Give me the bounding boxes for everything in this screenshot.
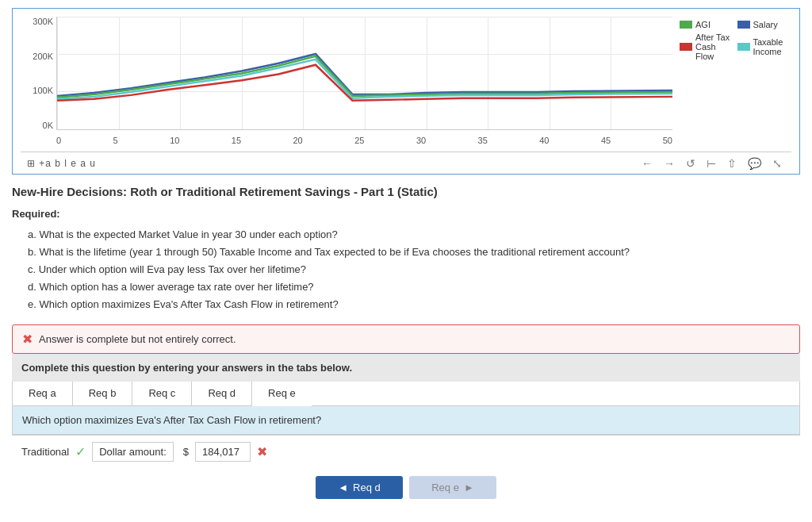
toolbar-share-btn[interactable]: ⇧ <box>724 155 740 171</box>
tableau-logo: ⊞ +a b l e a u <box>27 158 96 169</box>
prev-label: Req d <box>353 482 381 493</box>
instruction-box: Complete this question by entering your … <box>12 354 800 382</box>
legend-salary-color <box>737 21 750 29</box>
legend-salary-label: Salary <box>753 20 778 29</box>
next-label: Req e <box>431 482 459 493</box>
tab-req-b[interactable]: Req b <box>73 382 133 405</box>
chart-inner: 300K 200K 100K 0K <box>21 17 791 150</box>
answer-row: Traditional ✓ Dollar amount: $ 184,017 ✖ <box>12 435 800 468</box>
tab-question-e: Which option maximizes Eva's After Tax C… <box>22 414 321 426</box>
x-label-45: 45 <box>601 136 611 145</box>
y-label-0k: 0K <box>43 121 53 130</box>
alert-text: Answer is complete but not entirely corr… <box>39 333 236 345</box>
tabs-row: Req a Req b Req c Req d Req e <box>13 382 799 406</box>
chart-x-axis: 0 5 10 15 20 25 30 35 40 45 50 <box>56 130 672 150</box>
tab-req-c[interactable]: Req c <box>132 382 192 405</box>
answer-option-label: Traditional <box>21 446 69 458</box>
x-label-5: 5 <box>113 136 118 145</box>
check-icon: ✓ <box>75 444 86 459</box>
page-title: New-Hire Decisions: Roth or Traditional … <box>12 185 800 198</box>
legend-agi-label: AGI <box>695 20 710 29</box>
chart-svg <box>57 17 672 129</box>
toolbar-comment-btn[interactable]: 💬 <box>745 155 764 171</box>
legend-agi: AGI <box>680 20 731 29</box>
chart-y-axis: 300K 200K 100K 0K <box>21 17 56 130</box>
dollar-label: Dollar amount: <box>92 442 174 462</box>
main-content: New-Hire Decisions: Roth or Traditional … <box>0 181 812 515</box>
tab-req-e[interactable]: Req e <box>252 382 312 406</box>
toolbar-refresh-btn[interactable]: ↺ <box>683 155 699 171</box>
x-label-10: 10 <box>170 136 179 145</box>
prev-arrow: ◄ <box>338 482 348 493</box>
x-label-50: 50 <box>663 136 672 145</box>
x-label-20: 20 <box>293 136 303 145</box>
question-d: d. Which option has a lower average tax … <box>28 278 800 296</box>
toolbar-fullscreen-btn[interactable]: ⤡ <box>769 155 785 171</box>
legend-agi-color <box>680 21 692 29</box>
legend-aftertax-label: After Tax Cash Flow <box>695 33 731 61</box>
alert-box: ✖ Answer is complete but not entirely co… <box>12 324 800 354</box>
x-label-30: 30 <box>416 136 426 145</box>
alert-icon: ✖ <box>22 332 33 347</box>
chart-plot-area <box>56 17 672 130</box>
legend-aftertax: After Tax Cash Flow <box>680 33 731 61</box>
toolbar-back-btn[interactable]: ← <box>638 155 656 171</box>
tabs-wrapper: Req a Req b Req c Req d Req e Which opti… <box>12 382 800 435</box>
question-a: a. What is the expected Market Value in … <box>28 226 800 244</box>
prev-button[interactable]: ◄ Req d <box>316 476 403 499</box>
answer-value[interactable]: 184,017 <box>195 442 251 462</box>
next-button[interactable]: Req e ► <box>409 476 496 499</box>
x-label-0: 0 <box>56 136 61 145</box>
legend-salary: Salary <box>737 20 789 29</box>
question-b: b. What is the lifetime (year 1 through … <box>28 244 800 261</box>
y-label-100k: 100K <box>33 86 53 95</box>
dollar-sign: $ <box>183 446 189 458</box>
tab-content-e: Which option maximizes Eva's After Tax C… <box>13 406 799 434</box>
legend-taxable: Taxable Income <box>737 37 789 56</box>
chart-container: 300K 200K 100K 0K <box>12 8 800 175</box>
question-e: e. Which option maximizes Eva's After Ta… <box>28 296 800 313</box>
x-label-15: 15 <box>232 136 241 145</box>
questions-list: a. What is the expected Market Value in … <box>28 226 800 313</box>
required-label: Required: <box>12 208 800 220</box>
legend-taxable-label: Taxable Income <box>753 37 789 56</box>
toolbar-forward-btn[interactable]: → <box>661 155 678 171</box>
answer-error-icon: ✖ <box>257 444 267 459</box>
x-label-40: 40 <box>539 136 549 145</box>
y-label-300k: 300K <box>33 17 53 26</box>
tab-req-d[interactable]: Req d <box>192 382 252 405</box>
toolbar-home-btn[interactable]: ⊢ <box>703 155 719 171</box>
legend-taxable-color <box>737 43 750 51</box>
legend-aftertax-color <box>680 43 692 51</box>
x-label-35: 35 <box>478 136 488 145</box>
y-label-200k: 200K <box>33 52 53 61</box>
x-label-25: 25 <box>354 136 364 145</box>
tab-req-a[interactable]: Req a <box>13 382 73 405</box>
tableau-toolbar: ⊞ +a b l e a u ← → ↺ ⊢ ⇧ 💬 ⤡ <box>21 152 791 175</box>
chart-legend: AGI Salary After Tax Cash Flow Taxable I… <box>676 17 791 64</box>
question-c: c. Under which option will Eva pay less … <box>28 261 800 278</box>
nav-buttons: ◄ Req d Req e ► <box>12 468 800 507</box>
next-arrow: ► <box>464 482 474 493</box>
